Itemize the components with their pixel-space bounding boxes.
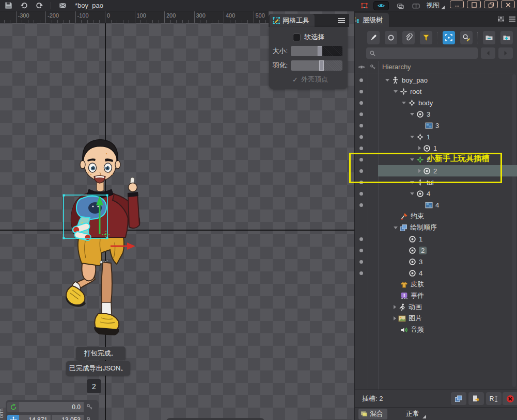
tab-mesh-tool[interactable]: 网格工具 — [270, 14, 315, 27]
visibility-dot[interactable] — [355, 249, 368, 252]
visibility-dot[interactable] — [355, 147, 368, 150]
tree-collapse-arrow[interactable] — [385, 79, 389, 82]
tree-collapse-arrow[interactable] — [410, 113, 414, 116]
visibility-dot[interactable] — [355, 112, 368, 116]
tree-collapse-arrow[interactable] — [410, 136, 414, 138]
visibility-dot[interactable] — [355, 135, 368, 139]
tree-expand-arrow[interactable] — [394, 316, 396, 320]
tab-hierarchy-tree[interactable]: 层级树 — [354, 13, 389, 27]
tree-row-slot-4[interactable]: 4 — [355, 188, 517, 199]
tree-row-run-动画[interactable]: 动画 — [355, 301, 517, 313]
tree-row-shirt-皮肤[interactable]: 皮肤 — [355, 279, 517, 290]
close-button[interactable] — [501, 1, 515, 8]
visibility-toggle-button[interactable] — [373, 1, 389, 10]
tree-collapse-arrow[interactable] — [410, 158, 414, 161]
visibility-dot[interactable] — [355, 78, 368, 82]
visibility-dot[interactable] — [355, 124, 368, 127]
search-box[interactable] — [366, 47, 478, 59]
count-badge: 2 — [87, 379, 101, 393]
duplicate-slot-button[interactable] — [451, 392, 466, 405]
focus-selection-button[interactable] — [443, 31, 455, 44]
tree-row-bone-1[interactable]: 1 — [355, 131, 517, 142]
rename-button[interactable]: R — [486, 392, 502, 405]
collapse-all-button[interactable] — [483, 31, 495, 44]
key-icon[interactable] — [84, 402, 95, 412]
key-icon[interactable] — [84, 415, 95, 420]
maximize-button[interactable] — [467, 1, 481, 8]
translate-x-value[interactable]: 14.871 — [19, 415, 51, 420]
tree-row-skeleton-boy_pao[interactable]: boy_pao — [355, 74, 517, 86]
panel-menu-icon[interactable] — [338, 17, 345, 24]
restore-button[interactable] — [484, 1, 498, 8]
visibility-dot[interactable] — [355, 169, 368, 173]
soft-select-checkbox[interactable] — [293, 34, 301, 41]
mesh-bounds-icon[interactable] — [360, 2, 368, 10]
undo-button[interactable] — [20, 2, 28, 10]
visibility-dot[interactable] — [355, 260, 368, 264]
tree-row-slot-3[interactable]: 3 — [355, 108, 517, 120]
filter-settings-icon[interactable] — [497, 15, 505, 23]
draw-bones-button[interactable] — [367, 31, 380, 44]
tree-row-slot-2[interactable]: 2 — [355, 165, 517, 176]
blend-value-dropdown[interactable]: 正常 — [406, 409, 419, 418]
visibility-dot[interactable] — [355, 192, 368, 196]
visibility-dot[interactable] — [355, 90, 368, 93]
ring-select-button[interactable] — [385, 31, 397, 44]
export-slot-button[interactable] — [468, 392, 484, 405]
tree-row-audio-音频[interactable]: 音频 — [355, 324, 517, 335]
redo-button[interactable] — [35, 2, 43, 10]
visibility-dot[interactable] — [355, 237, 368, 241]
tree-expand-arrow[interactable] — [394, 305, 396, 309]
tree-row-slot-2[interactable]: 2 — [355, 245, 517, 256]
tree-row-slot-1[interactable]: 1 — [355, 142, 517, 154]
tree-row-event-事件[interactable]: 事件 — [355, 290, 517, 301]
visibility-dot[interactable] — [355, 181, 368, 184]
delete-slot-button[interactable] — [503, 392, 517, 405]
translate-icon[interactable] — [7, 415, 19, 420]
tree-row-picture-图片[interactable]: 图片 — [355, 313, 517, 324]
hull-check-icon[interactable]: ✓ — [292, 76, 298, 84]
minimize-button[interactable] — [450, 1, 464, 8]
size-slider[interactable] — [291, 46, 342, 56]
visibility-dot[interactable] — [355, 203, 368, 207]
tree-expand-arrow[interactable] — [418, 169, 421, 173]
tree-collapse-arrow[interactable] — [410, 181, 414, 184]
next-match-button[interactable] — [498, 47, 513, 59]
tree-row-image-4[interactable]: 4 — [355, 199, 517, 211]
tree-row-slot-3[interactable]: 3 — [355, 256, 517, 267]
tree-row-slot-4[interactable]: 4 — [355, 267, 517, 279]
panels-icon[interactable] — [396, 2, 404, 10]
tree-collapse-arrow[interactable] — [394, 90, 398, 93]
prev-match-button[interactable] — [481, 47, 495, 59]
tree-row-pin-约束[interactable]: 约束 — [355, 211, 517, 222]
tree-expand-arrow[interactable] — [418, 146, 421, 150]
export-arrow-icon — [472, 395, 480, 403]
tree-row-bone-root[interactable]: root — [355, 86, 517, 97]
tree-row-bone-body[interactable]: body — [355, 97, 517, 108]
tree-row-layers-绘制顺序[interactable]: 绘制顺序 — [355, 222, 517, 233]
tree-collapse-arrow[interactable] — [410, 192, 414, 195]
attach-button[interactable] — [402, 31, 415, 44]
search-edit-button[interactable] — [460, 31, 473, 44]
export-package-icon[interactable] — [58, 2, 67, 10]
feather-slider[interactable] — [291, 60, 342, 71]
tree-row-bone-tui[interactable]: tui — [355, 176, 517, 188]
tree-row-slot-1[interactable]: 1 — [355, 233, 517, 245]
tree-row-image-3[interactable]: 3 — [355, 120, 517, 131]
translate-y-value[interactable]: -13.053 — [52, 415, 84, 420]
save-button[interactable] — [4, 2, 12, 10]
rotation-value[interactable]: 0.0 — [19, 402, 84, 412]
search-input[interactable] — [376, 49, 469, 57]
split-view-icon[interactable] — [412, 2, 420, 10]
visibility-dot[interactable] — [355, 271, 368, 275]
visibility-dot[interactable] — [355, 101, 368, 105]
view-menu[interactable]: 视图 — [426, 1, 440, 10]
tree-row-bone-green-2[interactable]: 2 — [355, 154, 517, 165]
tree-collapse-arrow[interactable] — [394, 227, 398, 229]
tree-collapse-arrow[interactable] — [402, 102, 406, 104]
visibility-dot[interactable] — [355, 158, 368, 161]
filter-button[interactable] — [420, 31, 432, 44]
panel-menu-icon[interactable] — [508, 15, 516, 23]
rotate-icon[interactable] — [7, 402, 19, 412]
expand-all-button[interactable] — [500, 31, 513, 44]
